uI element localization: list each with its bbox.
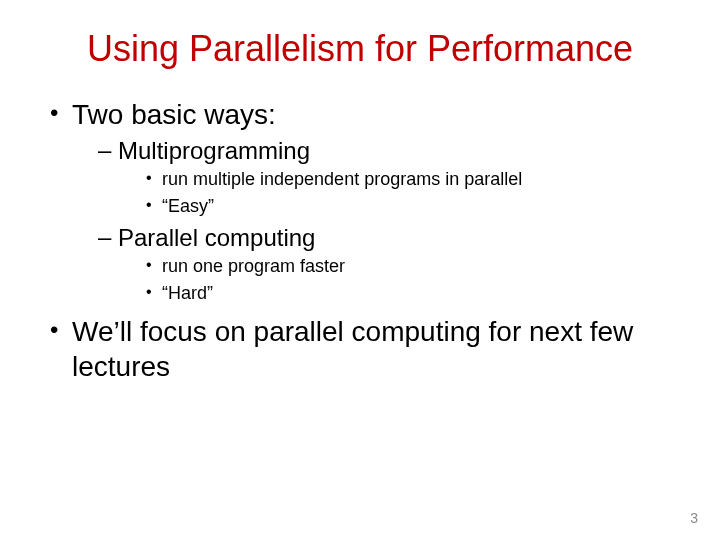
subsublist: run one program faster “Hard” bbox=[118, 255, 680, 304]
bullet-text: “Hard” bbox=[162, 283, 213, 303]
bullet-text: run one program faster bbox=[162, 256, 345, 276]
bullet-multiprogramming: Multiprogramming run multiple independen… bbox=[98, 136, 680, 217]
bullet-two-basic-ways: Two basic ways: Multiprogramming run mul… bbox=[50, 97, 680, 304]
bullet-text: We’ll focus on parallel computing for ne… bbox=[72, 316, 633, 382]
bullet-parallel-computing: Parallel computing run one program faste… bbox=[98, 223, 680, 304]
bullet-text: run multiple independent programs in par… bbox=[162, 169, 522, 189]
subsublist: run multiple independent programs in par… bbox=[118, 168, 680, 217]
bullet-text: Multiprogramming bbox=[118, 137, 310, 164]
bullet-list: Two basic ways: Multiprogramming run mul… bbox=[40, 97, 680, 384]
bullet-run-multiple: run multiple independent programs in par… bbox=[146, 168, 680, 191]
bullet-run-one: run one program faster bbox=[146, 255, 680, 278]
bullet-text: “Easy” bbox=[162, 196, 214, 216]
sublist: Multiprogramming run multiple independen… bbox=[72, 136, 680, 304]
bullet-focus-parallel: We’ll focus on parallel computing for ne… bbox=[50, 314, 680, 384]
bullet-text: Parallel computing bbox=[118, 224, 315, 251]
slide: Using Parallelism for Performance Two ba… bbox=[0, 0, 720, 540]
bullet-easy: “Easy” bbox=[146, 195, 680, 218]
bullet-text: Two basic ways: bbox=[72, 99, 276, 130]
bullet-hard: “Hard” bbox=[146, 282, 680, 305]
page-number: 3 bbox=[690, 510, 698, 526]
slide-title: Using Parallelism for Performance bbox=[40, 28, 680, 69]
